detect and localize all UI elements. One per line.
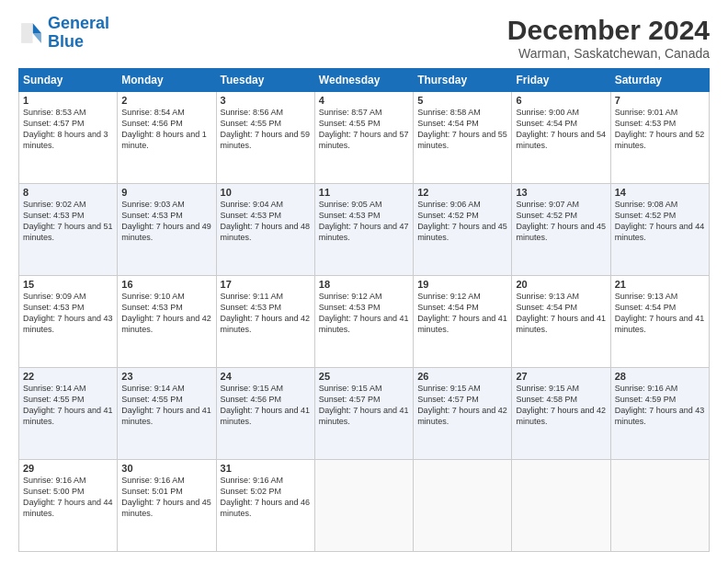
sunrise-label: Sunrise: 9:16 AM: [615, 384, 678, 393]
day-info: Sunrise: 9:08 AM Sunset: 4:52 PM Dayligh…: [615, 199, 705, 244]
day-number: 21: [615, 279, 705, 290]
sunrise-label: Sunrise: 8:53 AM: [23, 108, 86, 117]
sunrise-label: Sunrise: 9:14 AM: [23, 384, 86, 393]
day-number: 8: [23, 187, 113, 198]
calendar-table: Sunday Monday Tuesday Wednesday Thursday…: [18, 68, 710, 552]
daylight-label: Daylight: 7 hours and 44 minutes.: [615, 222, 705, 242]
day-number: 20: [516, 279, 606, 290]
daylight-label: Daylight: 7 hours and 51 minutes.: [23, 222, 113, 242]
calendar-cell: 1 Sunrise: 8:53 AM Sunset: 4:57 PM Dayli…: [19, 92, 118, 184]
calendar-cell: 10 Sunrise: 9:04 AM Sunset: 4:53 PM Dayl…: [216, 184, 314, 276]
col-wednesday: Wednesday: [314, 69, 413, 92]
sunrise-label: Sunrise: 9:00 AM: [516, 108, 579, 117]
sunrise-label: Sunrise: 9:12 AM: [417, 292, 481, 301]
day-info: Sunrise: 9:04 AM Sunset: 4:53 PM Dayligh…: [221, 199, 311, 244]
sunrise-label: Sunrise: 9:11 AM: [221, 292, 284, 301]
calendar-cell: [314, 460, 413, 552]
calendar-cell: 2 Sunrise: 8:54 AM Sunset: 4:56 PM Dayli…: [118, 92, 216, 184]
calendar-cell: 5 Sunrise: 8:58 AM Sunset: 4:54 PM Dayli…: [414, 92, 512, 184]
daylight-label: Daylight: 7 hours and 41 minutes.: [417, 314, 507, 334]
calendar-body: 1 Sunrise: 8:53 AM Sunset: 4:57 PM Dayli…: [19, 92, 710, 552]
sunrise-label: Sunrise: 9:16 AM: [221, 476, 284, 485]
daylight-label: Daylight: 7 hours and 49 minutes.: [121, 222, 211, 242]
day-info: Sunrise: 9:03 AM Sunset: 4:53 PM Dayligh…: [121, 199, 211, 244]
sunrise-label: Sunrise: 8:58 AM: [417, 108, 481, 117]
day-number: 27: [516, 371, 606, 382]
day-info: Sunrise: 8:57 AM Sunset: 4:55 PM Dayligh…: [319, 107, 409, 152]
svg-marker-1: [33, 33, 41, 43]
day-info: Sunrise: 8:53 AM Sunset: 4:57 PM Dayligh…: [23, 107, 113, 152]
calendar-cell: 9 Sunrise: 9:03 AM Sunset: 4:53 PM Dayli…: [118, 184, 216, 276]
sunrise-label: Sunrise: 9:09 AM: [23, 292, 86, 301]
day-number: 13: [516, 187, 606, 198]
daylight-label: Daylight: 7 hours and 48 minutes.: [221, 222, 311, 242]
day-number: 24: [221, 371, 311, 382]
calendar-cell: 21 Sunrise: 9:13 AM Sunset: 4:54 PM Dayl…: [610, 276, 709, 368]
sunset-label: Sunset: 4:55 PM: [23, 395, 85, 404]
sunrise-label: Sunrise: 8:56 AM: [221, 108, 284, 117]
calendar-week-row: 1 Sunrise: 8:53 AM Sunset: 4:57 PM Dayli…: [19, 92, 710, 184]
day-number: 28: [615, 371, 705, 382]
day-number: 1: [23, 95, 113, 106]
col-tuesday: Tuesday: [216, 69, 314, 92]
daylight-label: Daylight: 7 hours and 41 minutes.: [221, 406, 311, 426]
sunset-label: Sunset: 4:57 PM: [23, 119, 85, 128]
page: General Blue December 2024 Warman, Saska…: [0, 0, 728, 563]
daylight-label: Daylight: 7 hours and 43 minutes.: [615, 406, 705, 426]
day-info: Sunrise: 9:10 AM Sunset: 4:53 PM Dayligh…: [121, 291, 211, 336]
daylight-label: Daylight: 7 hours and 57 minutes.: [319, 130, 409, 150]
daylight-label: Daylight: 7 hours and 41 minutes.: [319, 314, 409, 334]
day-number: 11: [319, 187, 409, 198]
calendar-cell: 7 Sunrise: 9:01 AM Sunset: 4:53 PM Dayli…: [610, 92, 709, 184]
day-number: 29: [23, 463, 113, 474]
sunset-label: Sunset: 4:53 PM: [23, 211, 85, 220]
sunrise-label: Sunrise: 9:05 AM: [319, 200, 382, 209]
sunrise-label: Sunrise: 8:57 AM: [319, 108, 382, 117]
day-number: 2: [121, 95, 211, 106]
sunset-label: Sunset: 4:55 PM: [221, 119, 282, 128]
sunset-label: Sunset: 4:53 PM: [221, 303, 282, 312]
sunrise-label: Sunrise: 9:10 AM: [121, 292, 185, 301]
day-info: Sunrise: 9:12 AM Sunset: 4:53 PM Dayligh…: [319, 291, 409, 336]
sunrise-label: Sunrise: 8:54 AM: [121, 108, 185, 117]
calendar-cell: 3 Sunrise: 8:56 AM Sunset: 4:55 PM Dayli…: [216, 92, 314, 184]
calendar-cell: 4 Sunrise: 8:57 AM Sunset: 4:55 PM Dayli…: [314, 92, 413, 184]
calendar-header: Sunday Monday Tuesday Wednesday Thursday…: [19, 69, 710, 92]
sunset-label: Sunset: 4:56 PM: [221, 395, 282, 404]
subtitle: Warman, Saskatchewan, Canada: [507, 46, 710, 61]
day-number: 30: [121, 463, 211, 474]
logo-line1: General: [48, 14, 109, 32]
daylight-label: Daylight: 7 hours and 41 minutes.: [23, 406, 113, 426]
daylight-label: Daylight: 7 hours and 46 minutes.: [221, 498, 311, 518]
daylight-label: Daylight: 7 hours and 45 minutes.: [121, 498, 211, 518]
day-info: Sunrise: 9:07 AM Sunset: 4:52 PM Dayligh…: [516, 199, 606, 244]
calendar-cell: [414, 460, 512, 552]
day-info: Sunrise: 9:12 AM Sunset: 4:54 PM Dayligh…: [417, 291, 507, 336]
sunrise-label: Sunrise: 9:04 AM: [221, 200, 284, 209]
main-title: December 2024: [507, 15, 710, 46]
sunset-label: Sunset: 4:53 PM: [319, 303, 381, 312]
sunrise-label: Sunrise: 9:03 AM: [121, 200, 185, 209]
calendar-cell: [512, 460, 610, 552]
calendar-cell: 23 Sunrise: 9:14 AM Sunset: 4:55 PM Dayl…: [118, 368, 216, 460]
logo-text: General Blue: [48, 15, 109, 52]
col-friday: Friday: [512, 69, 610, 92]
svg-marker-0: [33, 23, 41, 33]
sunrise-label: Sunrise: 9:14 AM: [121, 384, 185, 393]
day-number: 31: [221, 463, 311, 474]
calendar-cell: 26 Sunrise: 9:15 AM Sunset: 4:57 PM Dayl…: [414, 368, 512, 460]
calendar-cell: 13 Sunrise: 9:07 AM Sunset: 4:52 PM Dayl…: [512, 184, 610, 276]
calendar-cell: 8 Sunrise: 9:02 AM Sunset: 4:53 PM Dayli…: [19, 184, 118, 276]
day-number: 25: [319, 371, 409, 382]
sunrise-label: Sunrise: 9:02 AM: [23, 200, 86, 209]
day-info: Sunrise: 9:06 AM Sunset: 4:52 PM Dayligh…: [417, 199, 507, 244]
svg-rect-2: [21, 23, 32, 43]
sunset-label: Sunset: 4:52 PM: [417, 211, 479, 220]
daylight-label: Daylight: 7 hours and 55 minutes.: [417, 130, 507, 150]
calendar-cell: [610, 460, 709, 552]
day-number: 26: [417, 371, 507, 382]
sunset-label: Sunset: 5:02 PM: [221, 487, 282, 496]
daylight-label: Daylight: 7 hours and 42 minutes.: [221, 314, 311, 334]
day-info: Sunrise: 9:16 AM Sunset: 5:01 PM Dayligh…: [121, 475, 211, 520]
sunset-label: Sunset: 4:55 PM: [121, 395, 183, 404]
